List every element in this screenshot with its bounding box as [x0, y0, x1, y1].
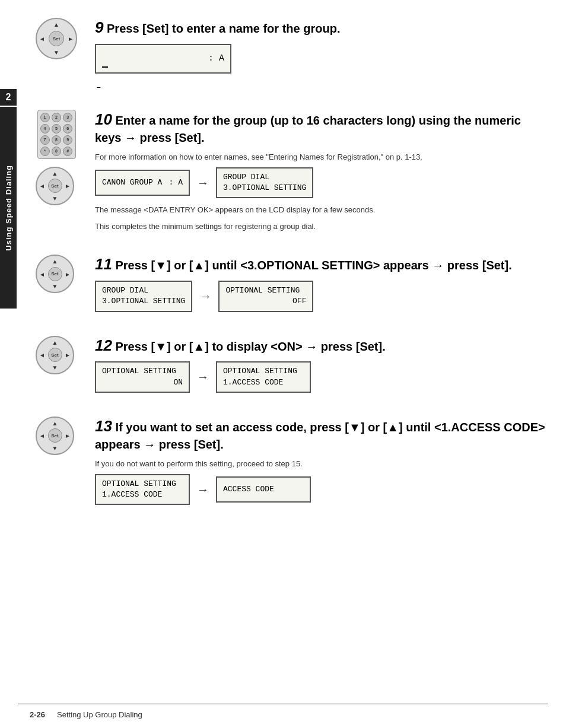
dpad-circle-step13: ▲ ▼ ◄ ► Set: [36, 417, 74, 455]
step-12-row: ▲ ▼ ◄ ► Set 12 Press [▼] or [▲] to displ…: [30, 336, 548, 399]
dpad-up-step9: ▲: [53, 21, 59, 28]
step-10-lcd-to-line1: GROUP DIAL: [223, 172, 306, 183]
step-12-lcd-from-line2: ON: [102, 377, 183, 388]
dpad-left-step9: ◄: [39, 36, 45, 42]
step-13-lcd-row: OPTIONAL SETTING 1.ACCESS CODE → ACCESS …: [95, 474, 548, 505]
step-9-cursor: [102, 66, 108, 68]
step-11-content: 11 Press [▼] or [▲] until <3.OPTIONAL SE…: [95, 255, 548, 317]
footer: 2-26 Setting Up Group Dialing: [30, 710, 548, 719]
step-13-icon: ▲ ▼ ◄ ► Set: [30, 417, 83, 458]
step-11-icon: ▲ ▼ ◄ ► Set: [30, 255, 83, 296]
step-12-lcd-from-line1: OPTIONAL SETTING: [102, 366, 176, 377]
step-11-title: Press [▼] or [▲] until <3.OPTIONAL SETTI…: [115, 259, 511, 272]
dpad-circle-step11: ▲ ▼ ◄ ► Set: [36, 255, 74, 293]
dpad-up-step11: ▲: [52, 258, 58, 265]
dpad-right-step11: ►: [65, 271, 71, 277]
step-13-lcd-from: OPTIONAL SETTING 1.ACCESS CODE: [95, 474, 190, 505]
numpad-key-4: 4: [40, 124, 50, 133]
step-13-title: If you want to set an access code, press…: [95, 421, 545, 451]
dpad-step10: ▲ ▼ ◄ ► Set: [36, 167, 77, 208]
numpad-key-star: *: [40, 147, 50, 156]
step-11-heading: 11 Press [▼] or [▲] until <3.OPTIONAL SE…: [95, 255, 548, 275]
step-9-number: 9: [95, 18, 103, 36]
numpad-key-3: 3: [63, 113, 72, 122]
step-11-lcd-from-line2: 3.OPTIONAL SETTING: [102, 296, 185, 307]
dpad-set-step10: Set: [48, 179, 62, 193]
dpad-down-step10: ▼: [52, 195, 58, 202]
numpad-key-6: 6: [63, 124, 72, 133]
step-10-note2: The message <DATA ENTRY OK> appears on t…: [95, 204, 548, 216]
step-12-lcd-to-line1: OPTIONAL SETTING: [223, 366, 304, 377]
step-9-content: 9 Press [Set] to enter a name for the gr…: [95, 18, 548, 92]
dpad-left-step11: ◄: [39, 271, 45, 277]
main-content: ▲ ▼ ◄ ► Set 9 Press [Set] to enter a nam…: [30, 0, 548, 511]
step-10-icon: 1 2 3 4 5 6 7 8 9 * 0 # ▲ ▼ ◄ ►: [30, 110, 83, 208]
numpad-key-8: 8: [52, 135, 61, 145]
dpad-down-step11: ▼: [52, 283, 58, 290]
step-11-lcd-from-line1: GROUP DIAL: [102, 285, 185, 296]
step-10-row: 1 2 3 4 5 6 7 8 9 * 0 # ▲ ▼ ◄ ►: [30, 110, 548, 237]
dpad-set-step12: Set: [48, 348, 62, 362]
step-11-lcd-to-line: OPTIONAL SETTING: [225, 285, 306, 296]
step-12-icon: ▲ ▼ ◄ ► Set: [30, 336, 83, 377]
step-13-lcd-from-line1: OPTIONAL SETTING: [102, 479, 183, 489]
step-12-title: Press [▼] or [▲] to display <ON> → press…: [115, 340, 385, 353]
step-12-lcd-from-line: OPTIONAL SETTING: [102, 366, 183, 377]
step-10-lcd-to-line2: 3.OPTIONAL SETTING: [223, 183, 306, 193]
step-10-content: 10 Enter a name for the group (up to 16 …: [95, 110, 548, 237]
step-9-heading: 9 Press [Set] to enter a name for the gr…: [95, 18, 548, 38]
step-13-row: ▲ ▼ ◄ ► Set 13 If you want to set an acc…: [30, 417, 548, 511]
step-9-cursor-text: –: [96, 82, 548, 92]
dpad-set-step9: Set: [49, 31, 64, 46]
step-10-lcd-from-line: CANON GROUP A : A: [102, 177, 183, 188]
step-13-content: 13 If you want to set an access code, pr…: [95, 417, 548, 511]
numpad-key-9: 9: [63, 135, 72, 145]
step-12-arrow: →: [197, 370, 209, 384]
numpad-key-7: 7: [40, 135, 50, 145]
step-13-lcd-to: ACCESS CODE: [216, 476, 311, 503]
step-11-arrow: →: [199, 290, 211, 303]
side-tab: Using Speed Dialing: [0, 107, 17, 309]
numpad-step10: 1 2 3 4 5 6 7 8 9 * 0 #: [37, 110, 76, 159]
step-10-lcd-row: CANON GROUP A : A → GROUP DIAL 3.OPTIONA…: [95, 167, 548, 198]
step-13-lcd-to-line1: ACCESS CODE: [223, 484, 304, 495]
step-9-title: Press [Set] to enter a name for the grou…: [107, 22, 340, 35]
step-12-content: 12 Press [▼] or [▲] to display <ON> → pr…: [95, 336, 548, 399]
numpad-key-1: 1: [40, 113, 50, 122]
side-tab-number: 2: [0, 89, 17, 106]
step-10-number: 10: [95, 110, 112, 128]
step-12-lcd-from: OPTIONAL SETTING ON: [95, 361, 190, 392]
dpad-step9: ▲ ▼ ◄ ► Set: [36, 18, 77, 59]
step-12-lcd-to: OPTIONAL SETTING 1.ACCESS CODE: [216, 361, 311, 392]
step-13-lcd-from-line2: 1.ACCESS CODE: [102, 489, 183, 500]
step-9-lcd: : A: [95, 44, 231, 74]
dpad-left-step12: ◄: [39, 352, 45, 358]
step-13-arrow: →: [197, 483, 209, 497]
dpad-step13: ▲ ▼ ◄ ► Set: [36, 417, 77, 458]
dpad-step12: ▲ ▼ ◄ ► Set: [36, 336, 77, 377]
dpad-right-step13: ►: [65, 433, 71, 439]
dpad-down-step13: ▼: [52, 445, 58, 452]
bottom-divider: [18, 704, 548, 704]
numpad-key-hash: #: [63, 147, 72, 156]
step-9-icon: ▲ ▼ ◄ ► Set: [30, 18, 83, 59]
dpad-circle-step10: ▲ ▼ ◄ ► Set: [36, 167, 74, 205]
dpad-right-step9: ►: [68, 36, 74, 42]
step-10-lcd-from: CANON GROUP A : A: [95, 170, 190, 196]
numpad-key-5: 5: [52, 124, 61, 133]
dpad-circle-step9: ▲ ▼ ◄ ► Set: [36, 18, 77, 59]
dpad-down-step12: ▼: [52, 364, 58, 371]
dpad-right-step10: ►: [65, 183, 71, 189]
dpad-left-step13: ◄: [39, 433, 45, 439]
footer-text: Setting Up Group Dialing: [57, 710, 142, 719]
side-tab-label: Using Speed Dialing: [4, 165, 13, 251]
step-11-number: 11: [95, 255, 112, 273]
step-10-lcd-from-right: : A: [169, 177, 183, 188]
step-12-lcd-row: OPTIONAL SETTING ON → OPTIONAL SETTING 1…: [95, 361, 548, 392]
dpad-up-step13: ▲: [52, 420, 58, 427]
step-10-note3: This completes the minimum settings for …: [95, 221, 548, 233]
step-12-heading: 12 Press [▼] or [▲] to display <ON> → pr…: [95, 336, 548, 356]
step-12-number: 12: [95, 336, 112, 354]
step-13-note1: If you do not want to perform this setti…: [95, 458, 548, 470]
step-13-number: 13: [95, 417, 112, 435]
